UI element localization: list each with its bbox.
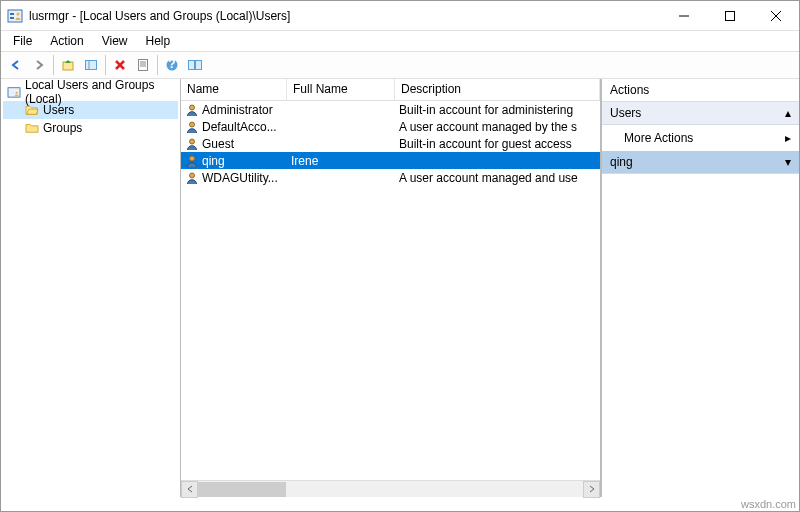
user-row[interactable]: WDAGUtility...A user account managed and… [181, 169, 600, 186]
svg-rect-2 [10, 17, 14, 19]
user-name: qing [202, 154, 225, 168]
user-description: A user account managed by the s [399, 120, 577, 134]
user-description: A user account managed and use [399, 171, 578, 185]
svg-rect-0 [8, 10, 22, 22]
svg-rect-5 [726, 11, 735, 20]
svg-rect-19 [189, 61, 195, 70]
back-button[interactable] [5, 54, 27, 76]
svg-rect-1 [10, 13, 14, 15]
user-icon [185, 154, 199, 168]
collapse-down-icon: ▾ [785, 155, 791, 169]
content-area: Local Users and Groups (Local) Users Gro… [1, 79, 799, 497]
delete-button[interactable] [109, 54, 131, 76]
close-button[interactable] [753, 1, 799, 31]
app-icon [7, 8, 23, 24]
user-icon [185, 137, 199, 151]
user-row[interactable]: AdministratorBuilt-in account for admini… [181, 101, 600, 118]
user-description: Built-in account for guest access [399, 137, 572, 151]
user-icon [185, 103, 199, 117]
scroll-right-button[interactable] [583, 481, 600, 498]
user-description: Built-in account for administering [399, 103, 573, 117]
svg-point-23 [190, 105, 195, 110]
menu-file[interactable]: File [5, 32, 40, 50]
title-bar: lusrmgr - [Local Users and Groups (Local… [1, 1, 799, 31]
folder-open-icon [25, 104, 39, 116]
menu-help[interactable]: Help [138, 32, 179, 50]
user-icon [185, 120, 199, 134]
tree-root[interactable]: Local Users and Groups (Local) [3, 83, 178, 101]
tree-root-label: Local Users and Groups (Local) [25, 78, 178, 106]
lusrmgr-icon [7, 86, 21, 98]
user-fullname: Irene [291, 154, 318, 168]
properties-button[interactable] [132, 54, 154, 76]
user-name: Guest [202, 137, 234, 151]
user-row[interactable]: qingIrene [181, 152, 600, 169]
menu-action[interactable]: Action [42, 32, 91, 50]
help-button[interactable]: ? [161, 54, 183, 76]
scroll-left-button[interactable] [181, 481, 198, 498]
more-actions[interactable]: More Actions ▸ [602, 125, 799, 151]
actions-pane: Actions Users ▴ More Actions ▸ qing ▾ [601, 79, 799, 497]
watermark: wsxdn.com [741, 498, 796, 512]
user-row[interactable]: GuestBuilt-in account for guest access [181, 135, 600, 152]
horizontal-scrollbar[interactable] [181, 480, 600, 497]
toolbar-separator [105, 55, 106, 75]
column-description[interactable]: Description [395, 79, 600, 100]
tree-groups-label: Groups [43, 121, 82, 135]
user-icon [185, 171, 199, 185]
toolbar-separator [157, 55, 158, 75]
submenu-arrow-icon: ▸ [785, 131, 791, 145]
scroll-thumb[interactable] [198, 482, 286, 497]
menu-view[interactable]: View [94, 32, 136, 50]
svg-text:?: ? [168, 58, 175, 71]
svg-point-27 [190, 173, 195, 178]
svg-point-3 [17, 12, 20, 15]
actions-group-users-label: Users [610, 106, 641, 120]
actions-group-selected[interactable]: qing ▾ [602, 151, 799, 174]
svg-rect-13 [139, 60, 148, 71]
list-body: AdministratorBuilt-in account for admini… [181, 101, 600, 480]
svg-point-22 [15, 92, 17, 94]
svg-point-24 [190, 122, 195, 127]
tree-pane: Local Users and Groups (Local) Users Gro… [1, 79, 181, 497]
window-title: lusrmgr - [Local Users and Groups (Local… [29, 9, 661, 23]
actions-title: Actions [602, 79, 799, 102]
user-row[interactable]: DefaultAcco...A user account managed by … [181, 118, 600, 135]
forward-button[interactable] [28, 54, 50, 76]
tree-groups[interactable]: Groups [3, 119, 178, 137]
minimize-button[interactable] [661, 1, 707, 31]
menu-bar: File Action View Help [1, 31, 799, 51]
toolbar-separator [53, 55, 54, 75]
svg-rect-9 [86, 61, 97, 70]
maximize-button[interactable] [707, 1, 753, 31]
svg-rect-20 [196, 61, 202, 70]
scroll-track[interactable] [198, 482, 583, 497]
user-name: WDAGUtility... [202, 171, 278, 185]
column-fullname[interactable]: Full Name [287, 79, 395, 100]
user-name: DefaultAcco... [202, 120, 277, 134]
refresh-button[interactable] [184, 54, 206, 76]
column-name[interactable]: Name [181, 79, 287, 100]
show-hide-tree-button[interactable] [80, 54, 102, 76]
tree-users-label: Users [43, 103, 74, 117]
svg-point-26 [190, 156, 195, 161]
toolbar: ? [1, 51, 799, 79]
up-button[interactable] [57, 54, 79, 76]
actions-group-selected-label: qing [610, 155, 633, 169]
svg-point-25 [190, 139, 195, 144]
folder-icon [25, 122, 39, 134]
collapse-up-icon: ▴ [785, 106, 791, 120]
actions-group-users[interactable]: Users ▴ [602, 102, 799, 125]
list-header: Name Full Name Description [181, 79, 600, 101]
more-actions-label: More Actions [624, 131, 693, 145]
list-pane: Name Full Name Description Administrator… [181, 79, 601, 497]
svg-rect-8 [63, 62, 73, 70]
user-name: Administrator [202, 103, 273, 117]
